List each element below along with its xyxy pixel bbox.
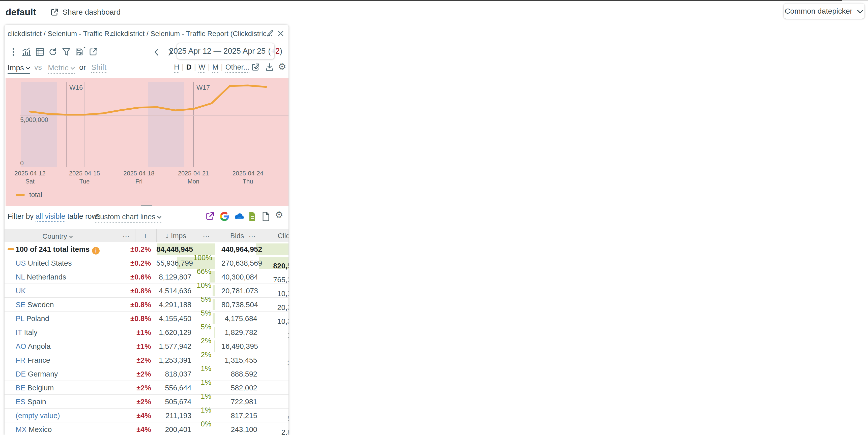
looker-export-icon[interactable] [205,211,215,221]
pm-error-value: ±2% [130,356,151,364]
table-row-totals[interactable]: 100 of 241 total itemsi±0.2%84,448,94510… [4,242,288,256]
chart-resize-handle[interactable] [141,202,152,202]
svg-text:*: * [83,47,86,52]
column-header-imps[interactable]: ↓ Imps [165,232,186,240]
edit-title-icon[interactable] [266,29,274,38]
share-dashboard-button[interactable]: Share dashboard [50,7,121,16]
custom-chart-lines-dropdown[interactable]: Custom chart lines [95,212,161,221]
info-icon[interactable]: i [92,247,100,255]
primary-metric-dropdown[interactable]: Imps [7,63,30,72]
open-external-icon[interactable] [88,47,98,57]
table-row-nl[interactable]: NL Netherlands±0.6%8,129,80710%40,300,08… [4,270,288,284]
table-row-be[interactable]: BE Belgium±2%556,6441%582,00231 [4,381,288,395]
granularity-option-w[interactable]: W [198,63,205,73]
table-row-it[interactable]: IT Italy±1%1,620,1292%1,829,78272 [4,325,288,339]
imps-percent: 5% [193,309,211,317]
add-column-button[interactable]: + [143,232,147,240]
table-row-pl[interactable]: PL Poland±0.8%4,155,4505%4,175,684133 [4,311,288,325]
granularity-option-m[interactable]: M [212,63,218,73]
table-row-de[interactable]: DE Germany±2%818,0371%888,59232 [4,367,288,381]
column-header-bids[interactable]: Bids [230,232,244,240]
filter-icon[interactable] [62,47,71,57]
column-header-country[interactable]: Country [42,232,73,240]
totals-series-dash [7,248,14,250]
granularity-option-d[interactable]: D [186,63,192,71]
vs-label: vs [34,63,42,72]
country-cell[interactable]: FR France [16,356,50,364]
download-icon[interactable] [265,63,274,72]
country-cell[interactable]: ES Spain [16,398,46,406]
onedrive-cloud-icon[interactable] [233,211,245,221]
table-row-us[interactable]: US United States±0.2%55,936,79966%270,63… [4,256,288,270]
country-cell[interactable]: AO Angola [16,342,51,350]
country-cell[interactable]: DE Germany [16,370,58,378]
filter-scope-link[interactable]: all visible [36,212,65,222]
table-view-icon[interactable] [35,47,45,57]
x-tick-day: Fri [121,178,157,185]
clicks-value: 31 [267,400,288,409]
imps-value: 8,129,807 [156,273,191,281]
refresh-icon[interactable] [48,47,58,57]
country-code: DE [16,370,26,378]
common-datepicker-button[interactable]: Common datepicker [784,3,865,19]
country-code: SE [16,301,26,309]
pm-error-value: ±0.6% [130,273,151,281]
country-cell[interactable]: IT Italy [16,328,38,337]
table-row-uk[interactable]: UK±0.8%4,514,6365%20,781,07320,316 [4,284,288,298]
close-widget-icon[interactable] [276,29,285,38]
dashboard-topbar: default Share dashboard Common datepicke… [0,1,868,24]
table-row-ao[interactable]: AO Angola±1%1,577,9422%16,490,395394 [4,339,288,353]
column-divider [135,229,135,242]
traffic-chart[interactable]: 05,000,0002025-04-12Sat2025-04-15Tue2025… [5,78,288,206]
country-cell[interactable]: NL Netherlands [16,273,66,281]
country-cell[interactable]: US United States [16,259,72,267]
imps-percent: 2% [193,337,211,345]
sheets-export-icon[interactable] [248,211,257,222]
compare-metric-dropdown[interactable]: Metric [48,63,75,72]
x-tick-day: Mon [176,178,211,185]
table-row-empty[interactable]: (empty value)±4%211,1930%817,2152,853 [4,408,288,423]
chevron-down-icon [69,232,73,240]
table-row-fr[interactable]: FR France±2%1,253,3911%1,315,45566 [4,353,288,367]
granularity-option-h[interactable]: H [174,63,179,73]
column-header-click[interactable]: Click [278,232,288,240]
imps-value: 4,514,636 [156,287,191,295]
country-code: US [16,259,26,267]
shift-dropdown[interactable]: Shift [91,63,106,72]
chart-export-icon[interactable] [251,63,260,72]
country-cell[interactable]: UK [16,287,26,295]
kebab-menu-icon[interactable] [9,47,18,57]
bids-column-menu-icon[interactable]: ⋯ [249,232,256,240]
bids-value: 817,215 [221,411,257,420]
chart-view-icon[interactable] [21,47,32,57]
imps-value: 1,253,391 [156,356,191,364]
date-range-extra: +2 [271,46,280,56]
date-prev-icon[interactable] [153,48,160,57]
clicks-value: 2,853 [267,428,288,435]
bids-value: 16,490,395 [221,342,257,350]
google-icon[interactable] [219,211,229,222]
table-row-es[interactable]: ES Spain±2%505,6741%722,981553 [4,395,288,408]
table-row-se[interactable]: SE Sweden±0.8%4,291,1885%80,738,50410,35… [4,298,288,311]
document-icon[interactable] [261,211,270,222]
country-cell[interactable]: (empty value) [16,411,60,420]
save-edited-icon[interactable]: * [74,47,86,58]
country-cell[interactable]: PL Poland [16,314,49,323]
legend-swatch-total [16,194,25,196]
country-name: Mexico [27,426,52,434]
table-row-mx[interactable]: MX Mexico±4%200,4010%243,1003,013 [4,423,288,435]
widget-tab-1[interactable]: clickdistrict / Selenium - Traffic R... [7,30,115,38]
legend-label-total[interactable]: total [29,191,42,199]
widget-tab-2[interactable]: clickdistrict / Selenium - Traffic Repor… [111,30,272,38]
country-cell[interactable]: BE Belgium [16,384,54,392]
bids-value: 270,638,569 [221,259,257,267]
table-settings-gear-icon[interactable]: ⚙ [275,210,283,220]
imps-column-menu-icon[interactable]: ⋯ [203,232,210,240]
date-range-pill[interactable]: 2025 Apr 12 — 2025 Apr 25 ( +2 ) [177,43,274,59]
country-cell[interactable]: MX Mexico [16,426,52,434]
country-cell[interactable]: SE Sweden [16,301,54,309]
granularity-option-other[interactable]: Other... [225,63,249,73]
chart-settings-gear-icon[interactable]: ⚙ [278,62,286,71]
chart-resize-handle[interactable] [141,205,152,206]
country-column-menu-icon[interactable]: ⋯ [123,232,130,240]
